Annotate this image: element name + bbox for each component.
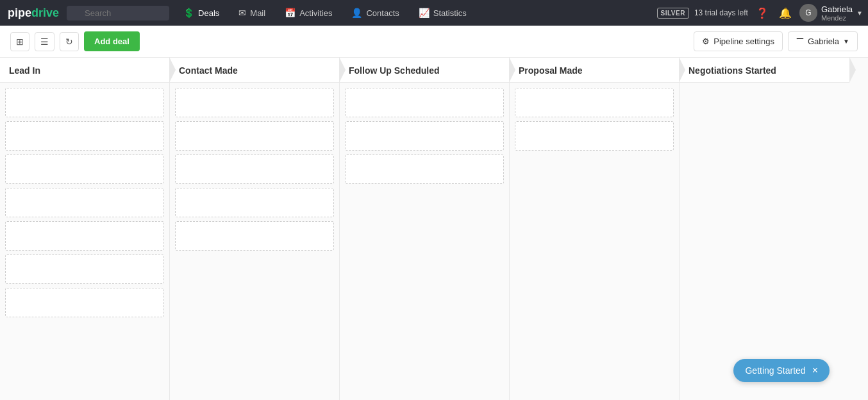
deal-card[interactable] <box>175 88 334 117</box>
kanban-icon: ⊞ <box>16 37 24 47</box>
activities-icon: 📅 <box>285 8 296 18</box>
deal-card[interactable] <box>345 154 504 184</box>
deal-card[interactable] <box>5 121 164 151</box>
deal-card[interactable] <box>5 154 164 184</box>
filter-icon: ⚡ <box>796 38 804 46</box>
nav-mail-label: Mail <box>250 8 265 18</box>
column-header-proposal-made: Proposal Made <box>510 58 679 83</box>
column-header-contact-made: Contact Made <box>170 58 339 83</box>
filter-button[interactable]: ⚡ Gabriela ▼ <box>788 31 858 51</box>
statistics-icon: 📈 <box>419 8 430 18</box>
nav-item-contacts[interactable]: 👤 Contacts <box>342 0 408 26</box>
column-body-contact-made <box>170 83 339 400</box>
nav-deals-label: Deals <box>198 8 219 18</box>
nav-item-statistics[interactable]: 📈 Statistics <box>410 0 476 26</box>
column-body-negotiations <box>680 83 849 400</box>
deal-card[interactable] <box>5 188 164 217</box>
add-deal-button[interactable]: Add deal <box>84 31 140 51</box>
list-icon: ☰ <box>40 37 49 47</box>
nav-item-deals[interactable]: 💲 Deals <box>174 0 228 26</box>
deal-card[interactable] <box>345 88 504 117</box>
refresh-icon: ↻ <box>65 37 73 47</box>
user-name: Gabriela <box>821 4 853 14</box>
nav-item-mail[interactable]: ✉ Mail <box>230 0 274 26</box>
nav-right: SILVER 13 trial days left ❓ 🔔 G Gabriela… <box>657 4 863 22</box>
deals-icon: 💲 <box>183 8 194 18</box>
nav-statistics-label: Statistics <box>433 8 467 18</box>
top-navigation: pipedrive 🔍 💲 Deals ✉ Mail 📅 Activities … <box>0 0 868 26</box>
list-view-button[interactable]: ☰ <box>35 32 54 51</box>
user-text: Gabriela Mendez <box>821 4 853 22</box>
deal-card[interactable] <box>175 154 334 184</box>
nav-item-activities[interactable]: 📅 Activities <box>276 0 341 26</box>
deal-card[interactable] <box>175 188 334 217</box>
kanban-board: Lead InContact MadeFollow Up ScheduledPr… <box>0 58 868 400</box>
user-sub: Mendez <box>821 14 853 22</box>
filter-label: Gabriela <box>808 37 839 46</box>
nav-contacts-label: Contacts <box>366 8 399 18</box>
column-header-lead-in: Lead In <box>0 58 169 83</box>
deal-card[interactable] <box>345 121 504 151</box>
nav-items: 💲 Deals ✉ Mail 📅 Activities 👤 Contacts 📈… <box>174 0 656 26</box>
deal-card[interactable] <box>5 288 164 317</box>
column-body-lead-in <box>0 83 169 400</box>
filter-chevron-icon: ▼ <box>843 38 849 45</box>
help-icon[interactable]: ❓ <box>753 4 771 22</box>
contacts-icon: 👤 <box>351 8 362 18</box>
column-header-negotiations: Negotiations Started <box>680 58 849 83</box>
column-body-proposal-made <box>510 83 679 400</box>
column-body-follow-up <box>340 83 509 400</box>
chevron-down-icon: ▼ <box>856 10 863 17</box>
deal-card[interactable] <box>5 254 164 284</box>
deal-card[interactable] <box>175 121 334 151</box>
toolbar-right: ⚙ Pipeline settings ⚡ Gabriela ▼ <box>694 31 858 51</box>
nav-activities-label: Activities <box>299 8 332 18</box>
getting-started-banner[interactable]: Getting Started × <box>733 359 830 382</box>
kanban-column-follow-up: Follow Up Scheduled <box>340 58 510 400</box>
kanban-column-negotiations: Negotiations Started <box>680 58 849 400</box>
pipeline-settings-button[interactable]: ⚙ Pipeline settings <box>694 31 783 51</box>
deal-card[interactable] <box>5 221 164 251</box>
kanban-column-lead-in: Lead In <box>0 58 170 400</box>
user-menu[interactable]: G Gabriela Mendez ▼ <box>799 4 863 22</box>
logo-text: pipedrive <box>8 6 59 20</box>
logo[interactable]: pipedrive <box>5 6 67 20</box>
avatar: G <box>799 4 817 22</box>
kanban-view-button[interactable]: ⊞ <box>10 32 29 51</box>
trial-text: 13 trial days left <box>694 8 748 17</box>
toolbar: ⊞ ☰ ↻ Add deal ⚙ Pipeline settings ⚡ Gab… <box>0 26 868 58</box>
plan-badge: SILVER <box>657 8 689 19</box>
column-header-follow-up: Follow Up Scheduled <box>340 58 509 83</box>
kanban-column-proposal-made: Proposal Made <box>510 58 680 400</box>
mail-icon: ✉ <box>238 8 246 18</box>
pipeline-settings-label: Pipeline settings <box>714 37 774 46</box>
notifications-icon[interactable]: 🔔 <box>776 4 794 22</box>
getting-started-label: Getting Started <box>745 365 805 376</box>
search-wrap: 🔍 <box>67 6 169 21</box>
deal-card[interactable] <box>515 121 674 151</box>
deal-card[interactable] <box>515 88 674 117</box>
gear-icon: ⚙ <box>702 37 710 46</box>
refresh-button[interactable]: ↻ <box>60 32 79 51</box>
search-input[interactable] <box>67 6 169 21</box>
deal-card[interactable] <box>5 88 164 117</box>
deal-card[interactable] <box>175 221 334 251</box>
kanban-column-contact-made: Contact Made <box>170 58 340 400</box>
getting-started-close-button[interactable]: × <box>812 365 818 376</box>
